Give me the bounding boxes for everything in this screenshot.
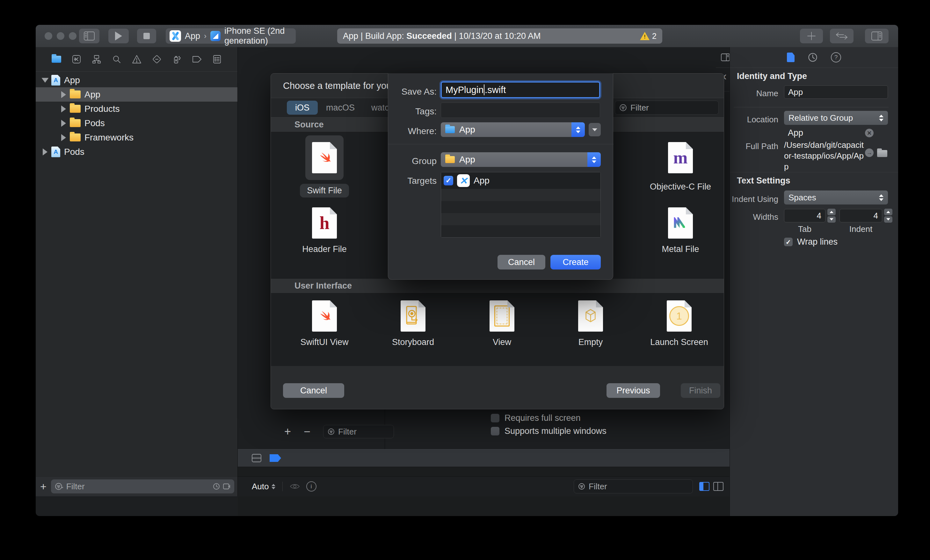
sheet-cancel-button[interactable]: Cancel [497, 255, 545, 269]
tab-macos[interactable]: macOS [318, 101, 363, 115]
remove-target-button[interactable]: − [304, 425, 310, 438]
tree-row-pods-group[interactable]: Pods [36, 116, 237, 130]
template-item-storyboard[interactable]: Storyboard [375, 300, 451, 347]
template-item-swiftui-view[interactable]: SwiftUI View [286, 300, 363, 347]
stop-button[interactable] [137, 29, 156, 43]
project-file-icon: A [51, 75, 60, 86]
issues-badge[interactable]: ! 2 [640, 32, 656, 41]
ui-section-header: User Interface [271, 279, 724, 293]
location-popup[interactable]: Relative to Group [784, 111, 888, 125]
template-item-launch-screen[interactable]: 1 Launch Screen [641, 300, 718, 347]
requires-fullscreen-checkbox[interactable] [491, 414, 499, 422]
add-file-button[interactable]: + [36, 480, 51, 493]
console-io-popup[interactable]: Auto [252, 482, 276, 492]
toggle-navigator-button[interactable] [79, 29, 99, 43]
console-filter-field[interactable]: Filter [574, 479, 693, 494]
template-filter-field[interactable]: Filter [615, 101, 719, 115]
traffic-zoom-button[interactable] [69, 32, 77, 40]
debug-area-icon[interactable] [252, 454, 261, 462]
group-popup[interactable]: App [441, 152, 601, 167]
disclosure-closed-icon[interactable] [61, 105, 66, 112]
run-button[interactable] [108, 29, 129, 43]
file-inspector-tab-icon[interactable] [787, 52, 795, 62]
filter-placeholder: Filter [630, 103, 649, 113]
scheme-selector[interactable]: App › iPhone SE (2nd generation) [166, 28, 296, 44]
editor-options-button[interactable] [721, 54, 730, 61]
show-variables-view-icon[interactable] [699, 482, 710, 491]
traffic-close-button[interactable] [45, 32, 52, 40]
breakpoint-toggle-icon[interactable] [269, 454, 281, 462]
template-item-swift-file[interactable]: Swift File [286, 135, 363, 197]
scm-status-icon[interactable] [223, 483, 231, 490]
disclosure-open-icon[interactable] [42, 78, 49, 83]
template-item-view[interactable]: View [464, 300, 540, 347]
expand-sheet-button[interactable] [589, 123, 601, 136]
symbol-navigator-tab[interactable] [92, 54, 102, 64]
source-control-navigator-tab[interactable] [72, 54, 81, 64]
disclosure-closed-icon[interactable] [61, 120, 66, 127]
disclosure-closed-icon[interactable] [43, 148, 48, 155]
dialog-finish-button[interactable]: Finish [681, 383, 720, 398]
activity-status[interactable]: App | Build App: Succeeded | 10/13/20 at… [337, 28, 662, 44]
save-as-field[interactable]: MyPlugin.swift [441, 82, 600, 98]
wrap-lines-label: Wrap lines [797, 237, 838, 247]
traffic-minimize-button[interactable] [57, 32, 65, 40]
tab-ios[interactable]: iOS [287, 101, 318, 115]
target-checkbox[interactable]: ✓ [443, 176, 453, 185]
tree-row-project-app[interactable]: A App [36, 73, 237, 87]
dialog-previous-button[interactable]: Previous [607, 383, 660, 398]
reveal-path-button[interactable]: → [865, 148, 874, 157]
test-navigator-tab[interactable] [152, 54, 162, 64]
tab-width-stepper[interactable] [827, 209, 836, 223]
find-navigator-tab[interactable] [112, 54, 122, 64]
report-navigator-tab[interactable] [212, 54, 222, 64]
tags-field[interactable] [441, 103, 600, 118]
editor-layout-icon [721, 54, 730, 61]
info-icon[interactable]: i [306, 481, 317, 492]
choose-folder-button[interactable] [877, 150, 887, 157]
tab-width-field[interactable]: 4 [784, 209, 825, 222]
recent-files-icon[interactable] [212, 483, 220, 490]
where-popup[interactable]: App [441, 122, 585, 137]
issue-navigator-tab[interactable] [132, 54, 142, 64]
simulator-icon [210, 31, 220, 41]
indent-using-popup[interactable]: Spaces [784, 191, 888, 205]
target-row-app[interactable]: ✓ ✕ App [441, 172, 600, 189]
version-editor-button[interactable] [830, 29, 853, 43]
debug-navigator-tab[interactable] [172, 54, 182, 64]
group-label: Group [391, 156, 437, 166]
tree-row-pods-project[interactable]: A Pods [36, 145, 237, 159]
template-item-header-file[interactable]: h Header File [286, 208, 363, 254]
project-navigator-tab[interactable] [52, 54, 61, 64]
targets-filter-field[interactable]: Filter [323, 425, 394, 438]
tree-row-app-group-selected[interactable]: App [36, 87, 237, 102]
disclosure-closed-icon[interactable] [61, 134, 66, 141]
indent-width-field[interactable]: 4 [839, 209, 882, 222]
dialog-cancel-button[interactable]: Cancel [283, 383, 344, 398]
tree-row-frameworks[interactable]: Frameworks [36, 130, 237, 145]
disclosure-closed-icon[interactable] [61, 91, 66, 98]
add-editor-button[interactable] [800, 29, 823, 43]
console-pane-toggles [699, 482, 724, 491]
breakpoint-navigator-tab[interactable] [192, 54, 202, 64]
show-console-view-icon[interactable] [713, 482, 724, 491]
toggle-inspector-button[interactable] [865, 29, 888, 43]
template-item-metal-file[interactable]: Metal File [642, 208, 719, 254]
supports-multiwindow-checkbox[interactable] [491, 427, 499, 435]
tree-row-products[interactable]: Products [36, 102, 237, 116]
history-inspector-tab-icon[interactable] [808, 52, 818, 62]
clear-location-button[interactable]: ✕ [865, 129, 874, 137]
targets-list: ✓ ✕ App [441, 172, 601, 238]
template-label: View [493, 337, 511, 347]
navigator-filter-field[interactable]: Filter [51, 479, 234, 494]
template-item-empty[interactable]: Empty [552, 300, 629, 347]
template-label: Empty [579, 337, 603, 347]
eye-icon[interactable] [290, 483, 300, 490]
add-target-button[interactable]: + [284, 425, 291, 438]
template-item-objc-file[interactable]: m Objective-C File [642, 135, 719, 192]
indent-width-stepper[interactable] [884, 209, 892, 223]
wrap-lines-checkbox[interactable]: ✓ [784, 238, 793, 246]
name-field[interactable]: App [784, 85, 888, 99]
sheet-create-button[interactable]: Create [550, 255, 601, 269]
help-inspector-tab-icon[interactable]: ? [831, 52, 841, 62]
